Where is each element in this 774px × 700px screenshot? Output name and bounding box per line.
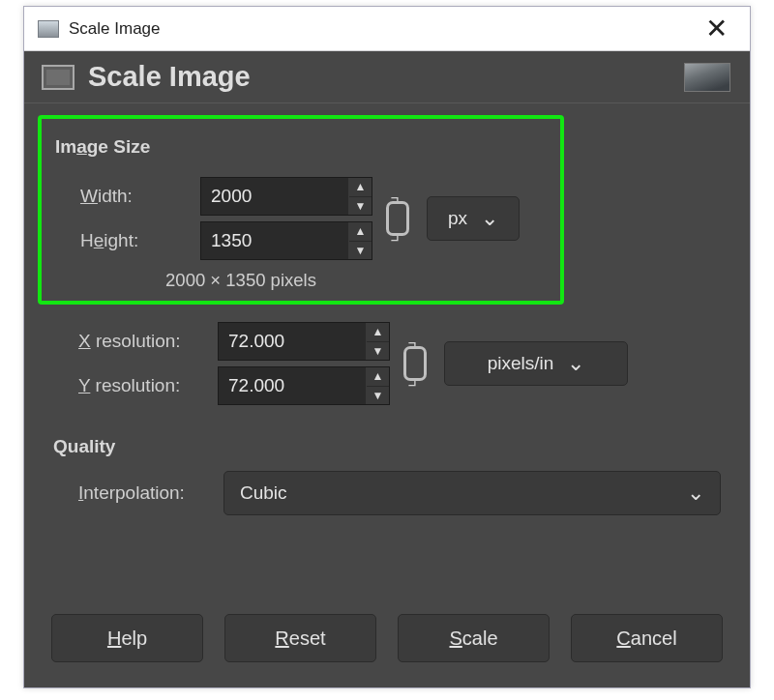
window-title: Scale Image xyxy=(69,19,161,39)
height-step-up[interactable]: ▲ xyxy=(349,222,372,241)
height-step-down[interactable]: ▼ xyxy=(349,241,372,260)
resolution-unit-value: pixels/in xyxy=(488,353,554,374)
interpolation-label: Interpolation: xyxy=(53,482,223,504)
yres-step-down[interactable]: ▼ xyxy=(367,386,389,405)
button-bar: Help Reset Scale Cancel xyxy=(24,597,750,687)
chevron-down-icon: ⌄ xyxy=(481,206,498,231)
scale-button[interactable]: Scale xyxy=(398,614,550,662)
reset-button[interactable]: Reset xyxy=(224,614,376,662)
cancel-button[interactable]: Cancel xyxy=(571,614,723,662)
close-icon[interactable]: ✕ xyxy=(692,7,740,51)
image-thumbnail xyxy=(684,63,730,92)
x-resolution-label: X resolution: xyxy=(53,331,218,352)
interpolation-value: Cubic xyxy=(240,482,287,504)
height-input[interactable] xyxy=(201,222,348,259)
resolution-section: X resolution: ▲ ▼ xyxy=(53,316,721,411)
width-input[interactable] xyxy=(201,178,348,215)
image-size-label: Image Size xyxy=(55,136,547,158)
x-resolution-input[interactable] xyxy=(219,323,366,360)
width-label: Width: xyxy=(55,186,200,207)
y-resolution-input[interactable] xyxy=(219,367,366,404)
dialog-title: Scale Image xyxy=(88,61,251,93)
height-spinbox[interactable]: ▲ ▼ xyxy=(200,221,372,260)
width-step-up[interactable]: ▲ xyxy=(349,178,372,196)
height-label: Height: xyxy=(55,230,200,251)
xres-step-down[interactable]: ▼ xyxy=(367,341,389,361)
x-resolution-spinbox[interactable]: ▲ ▼ xyxy=(218,322,390,361)
image-size-section: Image Size Width: ▲ ▼ xyxy=(38,115,564,305)
help-button[interactable]: Help xyxy=(51,614,203,662)
resolution-link-icon[interactable]: ┐ ┘ xyxy=(396,336,434,391)
chevron-down-icon: ⌄ xyxy=(567,351,584,376)
dialog-body: Scale Image Image Size Width: xyxy=(24,51,750,687)
app-icon xyxy=(38,20,59,38)
scale-image-icon xyxy=(42,65,74,90)
aspect-link-icon[interactable]: ┐ ┘ xyxy=(378,191,417,246)
size-unit-value: px xyxy=(448,208,467,229)
dialog-header: Scale Image xyxy=(24,51,750,103)
chevron-down-icon: ⌄ xyxy=(687,481,704,506)
y-resolution-label: Y resolution: xyxy=(53,375,218,396)
xres-step-up[interactable]: ▲ xyxy=(367,323,389,341)
resolution-unit-dropdown[interactable]: pixels/in ⌄ xyxy=(444,341,628,386)
titlebar[interactable]: Scale Image ✕ xyxy=(24,7,750,51)
scale-image-window: Scale Image ✕ Scale Image Image Size Wid… xyxy=(23,6,751,688)
yres-step-up[interactable]: ▲ xyxy=(367,367,389,386)
y-resolution-spinbox[interactable]: ▲ ▼ xyxy=(218,366,390,405)
interpolation-dropdown[interactable]: Cubic ⌄ xyxy=(223,471,721,515)
width-step-down[interactable]: ▼ xyxy=(349,196,372,216)
width-spinbox[interactable]: ▲ ▼ xyxy=(200,177,372,216)
size-unit-dropdown[interactable]: px ⌄ xyxy=(427,196,520,241)
pixel-size-text: 2000 × 1350 pixels xyxy=(55,270,427,291)
quality-label: Quality xyxy=(53,436,721,457)
